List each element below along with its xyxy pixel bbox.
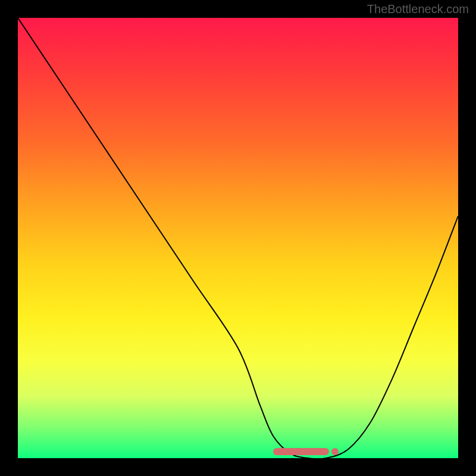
watermark-text: TheBottleneck.com [367, 2, 469, 16]
optimal-range-marker [273, 448, 329, 455]
chart-plot-area [18, 18, 458, 458]
bottleneck-curve [18, 18, 458, 458]
optimal-range-end-dot [331, 448, 339, 455]
